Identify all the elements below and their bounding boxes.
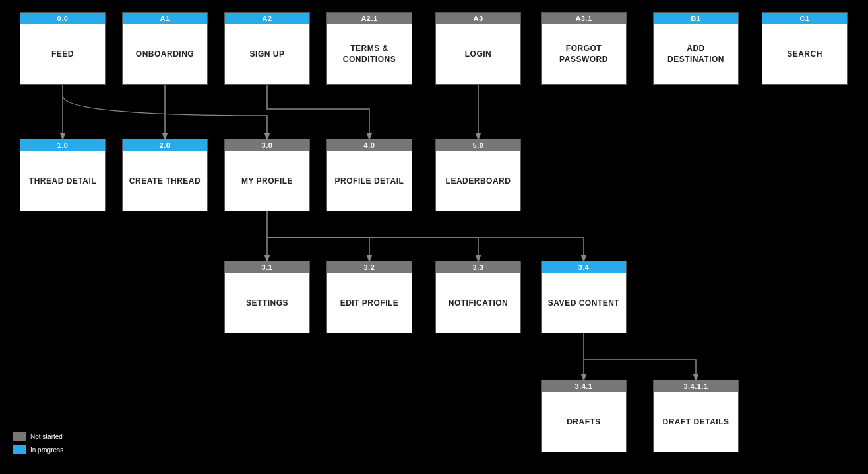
card-label-1.0: 1.0: [20, 139, 105, 151]
card-label-3.4.1: 3.4.1: [542, 380, 626, 392]
card-label-3.0: 3.0: [225, 139, 309, 151]
legend-color-blue: [13, 445, 26, 454]
card-title-3.4.1.1: DRAFT DETAILS: [659, 392, 733, 452]
card-label-0.0: 0.0: [20, 13, 105, 24]
card-label-A3.1: A3.1: [542, 13, 626, 24]
card-title-5.0: LEADERBOARD: [442, 151, 515, 211]
card-title-B1: ADD DESTINATION: [654, 24, 738, 84]
card-A2.1[interactable]: A2.1TERMS & CONDITIONS: [326, 12, 412, 85]
card-label-A3: A3: [436, 13, 520, 24]
card-C1[interactable]: C1SEARCH: [762, 12, 848, 85]
card-label-5.0: 5.0: [436, 139, 520, 151]
card-label-B1: B1: [654, 13, 738, 24]
card-A1[interactable]: A1ONBOARDING: [122, 12, 208, 85]
card-title-A3: LOGIN: [461, 24, 496, 84]
card-title-2.0: CREATE THREAD: [125, 151, 204, 211]
card-title-3.1: SETTINGS: [242, 273, 292, 333]
card-A2[interactable]: A2SIGN UP: [224, 12, 310, 85]
card-title-3.2: EDIT PROFILE: [336, 273, 403, 333]
card-0.0[interactable]: 0.0FEED: [20, 12, 106, 85]
card-label-3.4: 3.4: [542, 261, 626, 273]
card-3.4[interactable]: 3.4SAVED CONTENT: [541, 261, 627, 333]
card-1.0[interactable]: 1.0THREAD DETAIL: [20, 139, 106, 211]
card-3.1[interactable]: 3.1SETTINGS: [224, 261, 310, 333]
card-label-3.3: 3.3: [436, 261, 520, 273]
legend-color-gray: [13, 432, 26, 441]
card-3.3[interactable]: 3.3NOTIFICATION: [435, 261, 521, 333]
card-title-3.4: SAVED CONTENT: [544, 273, 623, 333]
card-3.4.1.1[interactable]: 3.4.1.1DRAFT DETAILS: [653, 380, 739, 452]
card-label-A2: A2: [225, 13, 309, 24]
card-title-3.3: NOTIFICATION: [445, 273, 512, 333]
card-label-A2.1: A2.1: [327, 13, 412, 24]
card-label-3.2: 3.2: [327, 261, 412, 273]
card-B1[interactable]: B1ADD DESTINATION: [653, 12, 739, 85]
card-5.0[interactable]: 5.0LEADERBOARD: [435, 139, 521, 211]
card-title-A2: SIGN UP: [246, 24, 289, 84]
card-label-C1: C1: [762, 13, 847, 24]
card-title-0.0: FEED: [47, 24, 78, 84]
card-3.2[interactable]: 3.2EDIT PROFILE: [326, 261, 412, 333]
legend-label-gray: Not started: [30, 433, 63, 440]
card-3.0[interactable]: 3.0MY PROFILE: [224, 139, 310, 211]
card-A3[interactable]: A3LOGIN: [435, 12, 521, 85]
card-label-A1: A1: [123, 13, 207, 24]
card-A3.1[interactable]: A3.1FORGOT PASSWORD: [541, 12, 627, 85]
card-title-3.4.1: DRAFTS: [563, 392, 605, 452]
card-label-2.0: 2.0: [123, 139, 207, 151]
card-label-4.0: 4.0: [327, 139, 412, 151]
card-title-A2.1: TERMS & CONDITIONS: [327, 24, 412, 84]
card-title-3.0: MY PROFILE: [237, 151, 297, 211]
legend-label-blue: In progress: [30, 446, 63, 454]
card-3.4.1[interactable]: 3.4.1DRAFTS: [541, 380, 627, 452]
card-label-3.4.1.1: 3.4.1.1: [654, 380, 738, 392]
card-title-C1: SEARCH: [783, 24, 826, 84]
canvas: 0.0FEEDA1ONBOARDINGA2SIGN UPA2.1TERMS & …: [0, 0, 868, 474]
legend-item-gray: Not started: [13, 432, 63, 441]
card-4.0[interactable]: 4.0PROFILE DETAIL: [326, 139, 412, 211]
card-title-A1: ONBOARDING: [132, 24, 198, 84]
card-title-4.0: PROFILE DETAIL: [331, 151, 408, 211]
card-label-3.1: 3.1: [225, 261, 309, 273]
legend-item-blue: In progress: [13, 445, 63, 454]
legend: Not started In progress: [13, 432, 63, 454]
card-2.0[interactable]: 2.0CREATE THREAD: [122, 139, 208, 211]
card-title-1.0: THREAD DETAIL: [25, 151, 100, 211]
card-title-A3.1: FORGOT PASSWORD: [542, 24, 626, 84]
